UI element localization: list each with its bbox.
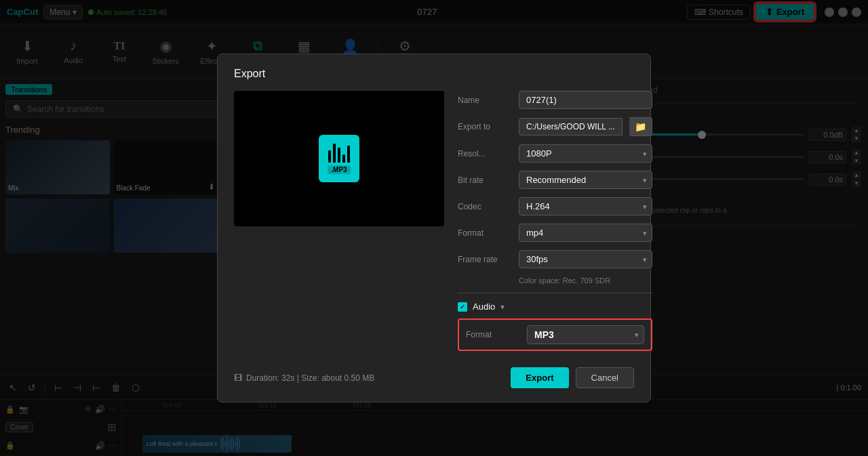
- format-select[interactable]: mp4: [519, 224, 652, 242]
- film-icon: 🎞: [234, 373, 242, 383]
- codec-select[interactable]: H.264: [519, 197, 652, 215]
- audio-format-row-wrapper: Format MP3 ▾: [458, 318, 652, 351]
- audio-format-select[interactable]: MP3: [527, 325, 644, 344]
- resolution-select-wrapper: 1080P ▾: [519, 144, 652, 163]
- bitrate-select[interactable]: Recommended: [519, 171, 652, 189]
- mp3-label: .MP3: [328, 165, 350, 174]
- codec-row: Codec H.264 ▾: [458, 197, 652, 215]
- name-row: Name: [458, 91, 652, 109]
- audio-format-label: Format: [466, 330, 520, 339]
- framerate-row: Frame rate 30fps ▾: [458, 250, 652, 268]
- name-label: Name: [458, 96, 512, 105]
- export-modal: Export .MP3 Name: [217, 54, 651, 402]
- export-modal-button[interactable]: Export: [511, 367, 568, 388]
- folder-button[interactable]: 📁: [629, 117, 652, 136]
- duration-info: 🎞 Duration: 32s | Size: about 0.50 MB: [234, 373, 374, 383]
- modal-title: Export: [234, 68, 634, 80]
- audio-checkbox[interactable]: ✓: [458, 302, 467, 312]
- audio-expand-icon[interactable]: ▾: [500, 302, 505, 312]
- format-row: Format mp4 ▾: [458, 224, 652, 242]
- export-to-row: Export to C:/Users/GOOD WILL ... 📁: [458, 117, 652, 136]
- audio-format-select-wrapper: MP3 ▾: [527, 325, 644, 344]
- format-label: Format: [458, 228, 512, 238]
- framerate-select-wrapper: 30fps ▾: [519, 250, 652, 268]
- bitrate-label: Bit rate: [458, 175, 512, 185]
- resolution-select[interactable]: 1080P: [519, 144, 652, 163]
- bitrate-row: Bit rate Recommended ▾: [458, 171, 652, 189]
- audio-format-row: Format MP3 ▾: [466, 325, 644, 344]
- framerate-label: Frame rate: [458, 255, 512, 264]
- color-space-label: Color space: Rec. 709 SDR: [519, 276, 652, 285]
- resolution-label: Resol...: [458, 149, 512, 159]
- footer-buttons: Export Cancel: [511, 367, 634, 388]
- modal-body: .MP3 Name Export to C:/Users/GOOD WILL .…: [234, 91, 634, 356]
- mp3-preview-icon: .MP3: [319, 135, 359, 182]
- audio-label: Audio: [473, 302, 495, 312]
- export-to-label: Export to: [458, 122, 512, 131]
- modal-divider: [458, 293, 652, 293]
- modal-footer: 🎞 Duration: 32s | Size: about 0.50 MB Ex…: [234, 367, 634, 388]
- codec-label: Codec: [458, 202, 512, 211]
- resolution-row: Resol... 1080P ▾: [458, 144, 652, 163]
- bitrate-select-wrapper: Recommended ▾: [519, 171, 652, 189]
- form-area: Name Export to C:/Users/GOOD WILL ... 📁 …: [458, 91, 652, 356]
- name-input[interactable]: [519, 91, 652, 109]
- mp3-bars: [328, 144, 350, 163]
- export-path: C:/Users/GOOD WILL ...: [519, 118, 623, 136]
- preview-area: .MP3: [234, 91, 444, 226]
- format-select-wrapper: mp4 ▾: [519, 224, 652, 242]
- audio-section: ✓ Audio ▾: [458, 302, 652, 312]
- codec-select-wrapper: H.264 ▾: [519, 197, 652, 215]
- modal-overlay: Export .MP3 Name: [0, 0, 868, 456]
- cancel-modal-button[interactable]: Cancel: [576, 367, 634, 388]
- framerate-select[interactable]: 30fps: [519, 250, 652, 268]
